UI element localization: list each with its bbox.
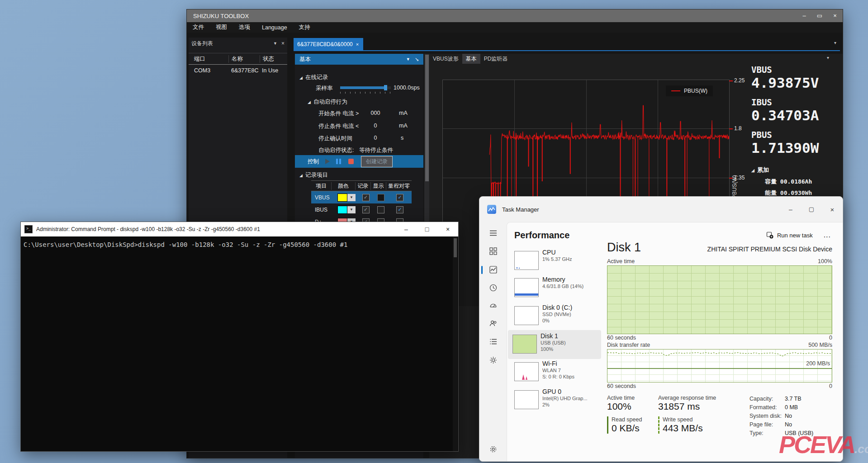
maximize-icon[interactable]: ▭ [812,9,827,22]
minimize-icon[interactable]: – [797,9,812,22]
pin-icon[interactable]: ⊸ [413,56,421,63]
perf-item-wifi[interactable]: Wi-FiWLAN 7S: 0 R: 0 Kbps [510,360,599,386]
transfer-rate-chart[interactable]: 200 MB/s [607,349,832,383]
run-new-task-button[interactable]: Run new task [762,229,817,241]
menu-options[interactable]: 选项 [233,24,256,31]
menu-language[interactable]: Language [256,24,293,31]
startup-apps-icon[interactable] [489,302,497,309]
online-record-group[interactable]: ◢在线记录 [299,74,423,81]
tab-device-document[interactable]: 6&377E8C8D&0&0000 × [294,38,363,50]
panel-close-icon[interactable]: × [281,40,285,47]
maximize-icon[interactable]: ▢ [801,206,822,213]
write-speed-label: Write speed [663,416,744,423]
close-icon[interactable]: × [827,9,843,22]
cmd-scrollbar[interactable] [453,236,458,451]
pause-icon[interactable] [336,159,341,164]
color-dropdown-icon[interactable]: ▼ [347,194,356,201]
maximize-icon[interactable]: □ [417,222,437,236]
confirm-time-input[interactable]: 0 [366,135,384,141]
start-cond-input[interactable]: 000 [366,110,384,116]
tab-label: 6&377E8C8D&0&0000 [297,41,353,47]
details-icon[interactable] [489,338,497,345]
record-checkbox[interactable]: ✓ [362,206,370,213]
ytick-1-8: 1.8 [729,125,742,132]
auto-startstop-group[interactable]: ◢自动启停行为 [308,98,423,106]
slider-handle[interactable] [384,85,387,90]
midline-label: 200 MB/s [806,360,830,367]
tm-titlebar[interactable]: Task Manager – ▢ × [479,197,843,222]
active-time-chart[interactable] [607,265,832,334]
auto-status-label: 自动启停状态: [318,147,354,153]
cmd-titlebar[interactable]: >_ Administrator: Command Prompt - disks… [21,222,458,236]
stat-active-time-label: Active time [607,395,650,401]
control-bar: 控制 创建记录 [295,155,423,168]
menu-support[interactable]: 支持 [293,24,316,31]
tab-basic[interactable]: 基本 [462,54,480,64]
hamburger-icon[interactable] [489,229,497,237]
perf-item-cpu[interactable]: CPU1% 5.37 GHz [510,249,599,275]
expander-icon[interactable]: ◢ [299,76,303,80]
chevron-down-icon[interactable]: ▼ [406,57,410,61]
tab-vbus-waveform[interactable]: VBUS波形 [429,54,462,64]
accumulate-group[interactable]: ◢累加 [751,166,846,174]
tab-list-icon[interactable]: ▾ [834,40,836,45]
menu-view[interactable]: 视图 [210,24,233,31]
wifi-thumbnail [514,362,539,381]
scrollbar-thumb[interactable] [425,55,429,181]
minimize-icon[interactable]: – [396,222,417,236]
legend-label: PBUS(W) [684,88,707,94]
record-row-VBUS[interactable]: VBUS▼✓✓✓ [311,191,412,203]
transfer-rate-axis-label: Disk transfer rate [607,342,650,348]
perf-item-gpu[interactable]: GPU 0Intel(R) UHD Grap...2% [510,388,599,414]
play-icon[interactable] [325,159,330,164]
settings-header[interactable]: 基本 ▼ ⊸ [295,54,423,65]
confirm-time-unit: s [401,135,423,141]
cmd-app-icon: >_ [24,225,33,233]
create-record-button[interactable]: 创建记录 [361,156,393,167]
color-dropdown-icon[interactable]: ▼ [347,206,356,213]
cmd-content[interactable]: C:\Users\user\Desktop\DiskSpd>diskspd -w… [21,236,458,451]
zero-checkbox[interactable]: ✓ [396,194,403,201]
show-checkbox[interactable]: ✓ [377,194,384,201]
page-title: Performance [514,230,569,241]
menu-file[interactable]: 文件 [187,24,210,31]
read-speed-label: Read speed [612,416,650,423]
color-swatch[interactable] [337,206,347,214]
ibus-label: IBUS [751,97,846,107]
minimize-icon[interactable]: – [780,206,801,213]
tab-pd-monitor[interactable]: PD监听器 [480,54,512,64]
color-swatch[interactable] [337,194,347,202]
shizuku-titlebar[interactable]: SHIZUKU TOOLBOX – ▭ × [187,9,843,22]
x-zero-label2: 0 [829,383,832,389]
users-icon[interactable] [489,320,497,327]
device-row[interactable]: COM3 6&377E8C In Use [189,65,287,76]
expander-icon[interactable]: ◢ [308,100,311,104]
scrollbar-thumb[interactable] [454,238,457,257]
expander-icon[interactable]: ◢ [299,173,303,178]
stop-icon[interactable] [348,159,354,164]
device-table-header: 端口 名称 状态 [189,53,287,65]
perf-item-memory[interactable]: Memory4.6/31.8 GB (14%) [510,276,599,302]
close-icon[interactable]: × [822,206,843,213]
memory-thumbnail [514,278,539,297]
record-items-group[interactable]: ◢记录项目 [299,171,423,179]
tab-close-icon[interactable]: × [356,42,359,47]
more-options-button[interactable]: ... [824,231,831,239]
perf-item-disk0[interactable]: Disk 0 (C:)SSD (NVMe)0% [510,304,599,330]
sample-rate-slider[interactable] [340,86,391,89]
settings-gear-icon[interactable] [489,445,497,453]
performance-icon[interactable] [489,266,497,274]
processes-icon[interactable] [489,247,497,255]
active-time-max: 100% [818,258,832,265]
services-icon[interactable] [489,356,497,364]
show-checkbox[interactable]: ✓ [377,206,384,213]
record-checkbox[interactable]: ✓ [362,194,370,201]
app-history-icon[interactable] [489,284,497,292]
record-row-IBUS[interactable]: IBUS▼✓✓✓ [311,203,412,216]
chart-tab-list-icon[interactable]: ▾ [827,54,843,64]
perf-item-disk1-selected[interactable]: Disk 1USB (USB)100% [508,330,601,359]
stop-cond-input[interactable]: 0 [366,123,384,129]
zero-checkbox[interactable]: ✓ [396,206,403,213]
close-icon[interactable]: × [437,222,458,236]
chevron-down-icon[interactable]: ▼ [273,41,277,46]
